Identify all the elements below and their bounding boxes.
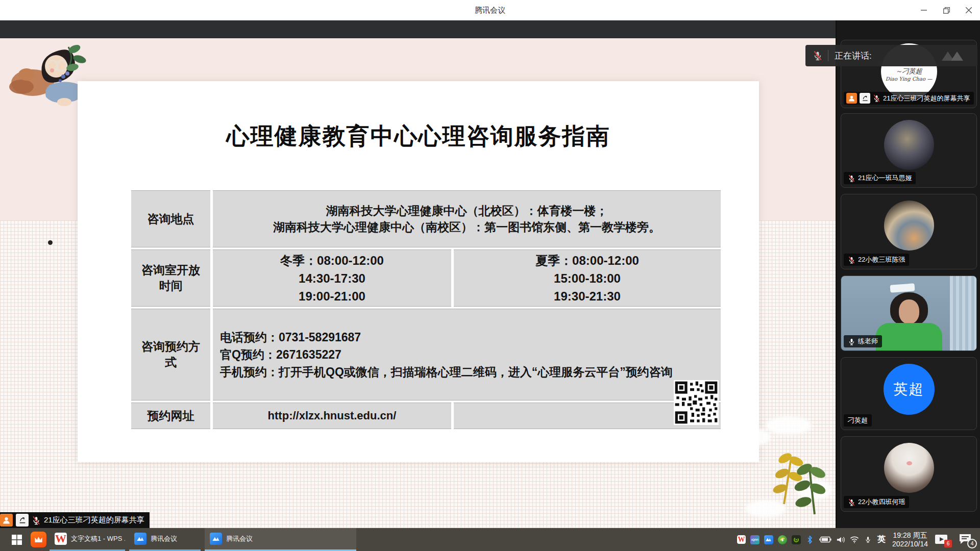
mic-on-icon: [848, 338, 855, 345]
taskbar-button-label: 文字文稿1 - WPS ...: [71, 534, 125, 543]
row-header: 预约网址: [131, 403, 210, 429]
avatar: [884, 120, 934, 170]
restore-button[interactable]: [935, 0, 958, 20]
air-conditioner: [890, 283, 915, 292]
nvidia-icon[interactable]: [792, 535, 801, 544]
wps-icon: W: [55, 533, 67, 545]
screen-share-banner-label: 21应心三班刁英超的屏幕共享: [44, 515, 144, 525]
minimize-icon: [921, 7, 927, 13]
participant-name: 22小教三班陈强: [858, 255, 905, 264]
table-row: 咨询室开放时间 冬季：08:00-12:00 14:30-17:30 19:00…: [131, 249, 721, 307]
mic-muted-icon: [848, 256, 855, 264]
participant-name: 21应心一班马思娅: [858, 173, 912, 183]
screen-share-banner: 21应心三班刁英超的屏幕共享: [0, 512, 150, 528]
mic-icon[interactable]: [864, 535, 873, 544]
participant-name-tag: 21应心一班马思娅: [844, 172, 916, 184]
avatar-caption-en: Diao Ying Chao —: [881, 76, 937, 82]
window-titlebar: 腾讯会议: [0, 0, 980, 20]
tencent-meeting-watermark-icon: [940, 48, 971, 63]
participant-tile[interactable]: 21应心一班马思娅: [841, 113, 977, 188]
tencent-meeting-icon[interactable]: [764, 535, 773, 544]
stray-dot: [48, 240, 53, 245]
bluetooth-icon[interactable]: [805, 535, 815, 544]
participant-tile-video[interactable]: 练老师: [841, 276, 977, 351]
leaf-branches-decoration: [765, 428, 834, 517]
close-button[interactable]: [958, 0, 980, 20]
clock-time: 19:28 周五: [892, 531, 928, 540]
mic-muted-icon: [848, 174, 855, 182]
mic-muted-icon: [32, 516, 41, 525]
wps-icon[interactable]: W: [737, 535, 746, 544]
service-table: 咨询地点 湖南科技大学心理健康中心（北校区）：体育楼一楼； 湖南科技大学心理健康…: [131, 190, 721, 431]
booking-url-cell: http://xlzx.hnust.edu.cn/: [213, 403, 451, 429]
taskbar-button-meeting-active[interactable]: 腾讯会议: [205, 528, 356, 551]
input-method-indicator[interactable]: 英: [877, 534, 886, 545]
table-row: 预约网址 http://xlzx.hnust.edu.cn/: [131, 403, 721, 429]
participant-name: 22小教四班何瑶: [858, 497, 905, 507]
taskbar-button-wps[interactable]: W 文字文稿1 - WPS ...: [50, 528, 125, 551]
location-cell: 湖南科技大学心理健康中心（北校区）：体育楼一楼； 湖南科技大学心理健康中心（南校…: [213, 190, 721, 247]
mic-muted-icon: [848, 498, 855, 506]
row-header: 咨询地点: [131, 190, 210, 247]
table-row: 咨询预约方式 电话预约：0731-58291687 官Q预约：267163522…: [131, 309, 721, 400]
battery-icon[interactable]: [819, 535, 831, 544]
notification-badge: 4: [967, 539, 977, 548]
participant-tile[interactable]: 22小教三班陈强: [841, 194, 977, 269]
wifi-icon[interactable]: [850, 535, 859, 544]
mic-muted-icon: [873, 94, 880, 102]
screen-share-icon: [16, 514, 29, 527]
iqiyi-icon[interactable]: iQIYI: [750, 535, 760, 544]
taskbar-button-meeting[interactable]: 腾讯会议: [129, 528, 201, 551]
tencent-meeting-icon: [210, 533, 222, 545]
cat-nose: [906, 461, 912, 465]
volume-icon[interactable]: [836, 535, 845, 544]
mgtv-pinned-icon[interactable]: [31, 532, 46, 547]
minimize-button[interactable]: [913, 0, 935, 20]
tencent-meeting-icon: [134, 533, 146, 545]
participant-name: 刁英超: [848, 416, 868, 425]
system-tray: W iQIYI: [737, 528, 980, 551]
participant-name-tag: 练老师: [844, 335, 882, 347]
shared-screen: 心理健康教育中心心理咨询服务指南 咨询地点 湖南科技大学心理健康中心（北校区）：…: [0, 20, 836, 528]
participants-sidebar: ～刁英超 Diao Ying Chao — 21应心三班刁英超的屏幕共享: [836, 20, 980, 528]
video-player-tray-icon[interactable]: 6: [935, 533, 950, 546]
taskbar-button-label: 腾讯会议: [151, 534, 177, 543]
slide-title: 心理健康教育中心心理咨询服务指南: [78, 121, 759, 152]
curtain: [950, 276, 976, 350]
taskbar-button-label: 腾讯会议: [226, 534, 253, 543]
row-header: 咨询预约方式: [131, 309, 210, 400]
avatar: [884, 443, 934, 493]
now-speaking-label: 正在讲话:: [835, 50, 872, 62]
tray-clock[interactable]: 19:28 周五 2022/10/14: [892, 531, 928, 548]
avatar: 英超: [884, 364, 935, 415]
close-icon: [966, 7, 972, 13]
summer-hours-cell: 夏季：08:00-12:00 15:00-18:00 19:30-21:30: [454, 249, 721, 307]
security-icon[interactable]: [778, 535, 787, 544]
restore-icon: [943, 7, 950, 14]
mic-muted-icon: [813, 51, 823, 61]
participant-name-tag: 刁英超: [844, 414, 872, 427]
avatar-caption-cn: ～刁英超: [881, 67, 937, 76]
action-center-icon[interactable]: 4: [959, 533, 976, 547]
divider: [828, 50, 828, 61]
participant-name-tag: 22小教三班陈强: [844, 254, 909, 266]
person-shirt: [876, 323, 942, 351]
slide-page: 心理健康教育中心心理咨询服务指南 咨询地点 湖南科技大学心理健康中心（北校区）：…: [78, 81, 759, 462]
screen-share-icon: [860, 93, 870, 104]
winter-hours-cell: 冬季：08:00-12:00 14:30-17:30 19:00-21:00: [213, 249, 451, 307]
windows-logo-icon: [12, 535, 22, 545]
participant-tile[interactable]: 22小教四班何瑶: [841, 436, 977, 512]
avatar-initials: 英超: [894, 380, 924, 399]
taskbar: W 文字文稿1 - WPS ... 腾讯会议 腾讯会议 W iQIYI: [0, 528, 980, 551]
window-title: 腾讯会议: [0, 0, 980, 20]
presenter-topbar: [0, 20, 836, 38]
participant-tile[interactable]: 英超 刁英超: [841, 357, 977, 430]
qr-code: [674, 380, 719, 425]
participant-name-tag: 22小教四班何瑶: [844, 496, 909, 508]
booking-methods-cell: 电话预约：0731-58291687 官Q预约：2671635227 手机预约：…: [213, 309, 721, 400]
video-badge: 6: [944, 540, 952, 547]
participant-name-tag: 21应心三班刁英超的屏幕共享: [844, 92, 974, 105]
presenter-badge-icon: [0, 514, 13, 527]
start-button[interactable]: [6, 528, 28, 551]
avatar: [884, 201, 934, 251]
